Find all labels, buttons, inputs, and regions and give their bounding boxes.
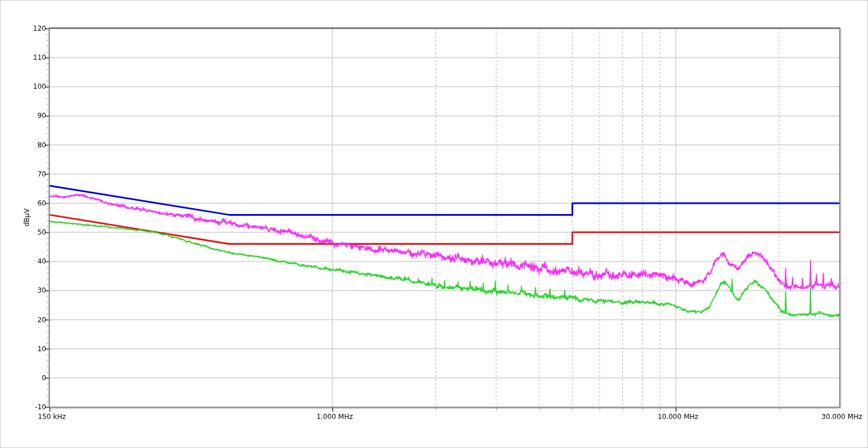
y-tick-label-80: 80 [27, 141, 46, 149]
y-tick-label-100: 100 [27, 83, 46, 91]
y-tick-label-20: 20 [27, 316, 46, 324]
spectrum-plot-canvas [1, 1, 868, 448]
y-tick-label-60: 60 [27, 199, 46, 207]
y-tick-label--10: -10 [27, 403, 46, 411]
y-tick-label-40: 40 [27, 257, 46, 265]
y-tick-label-90: 90 [27, 112, 46, 120]
y-axis-unit-label: dBµV [23, 208, 31, 227]
y-tick-label-50: 50 [27, 228, 46, 236]
y-tick-label-30: 30 [27, 286, 46, 294]
x-tick-label-30.000-MHz: 30.000 MHz [821, 413, 862, 421]
y-tick-label-10: 10 [27, 345, 46, 353]
y-tick-label-110: 110 [27, 54, 46, 61]
y-tick-label-0: 0 [27, 374, 46, 382]
x-tick-label-150-kHz: 150 kHz [38, 413, 66, 421]
x-tick-label-1.000-MHz: 1.000 MHz [317, 413, 353, 421]
emc-spectrum-view: dBµV 1201101009080706050403020100-10 150… [0, 0, 868, 448]
y-tick-label-70: 70 [27, 170, 46, 178]
x-tick-label-10.000-MHz: 10.000 MHz [658, 413, 698, 421]
y-tick-label-120: 120 [27, 24, 46, 32]
